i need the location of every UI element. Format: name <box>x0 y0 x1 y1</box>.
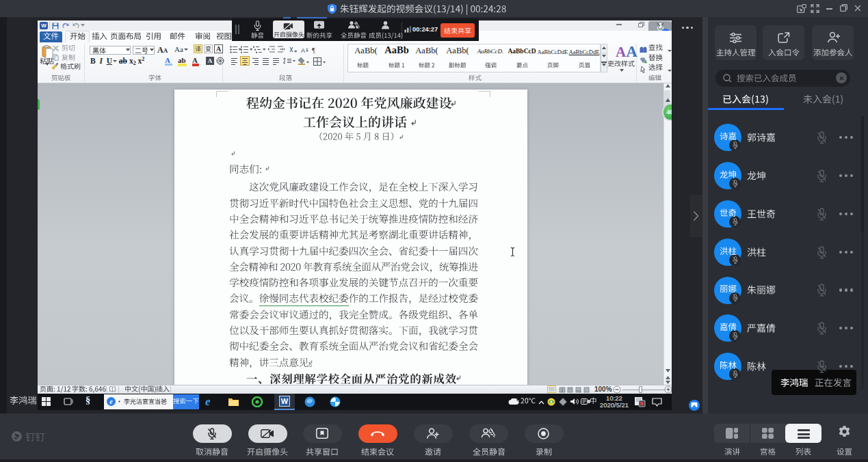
svg-text:A: A <box>301 47 305 54</box>
svg-text:¶: ¶ <box>312 46 315 54</box>
